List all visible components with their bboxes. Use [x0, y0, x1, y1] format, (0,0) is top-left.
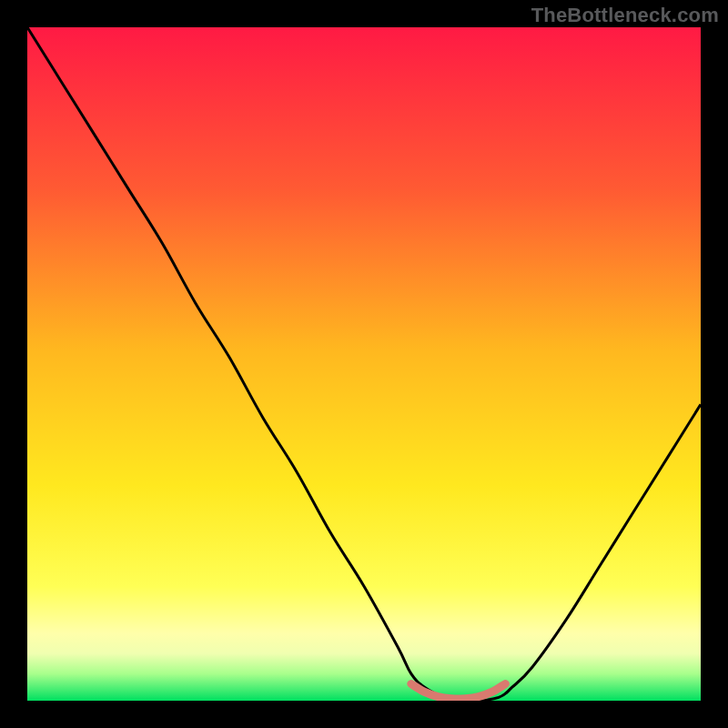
watermark-text: TheBottleneck.com — [531, 4, 719, 27]
chart-frame: TheBottleneck.com — [0, 0, 728, 728]
bottleneck-chart — [27, 27, 701, 701]
plot-area — [27, 27, 701, 701]
gradient-background — [27, 27, 701, 701]
